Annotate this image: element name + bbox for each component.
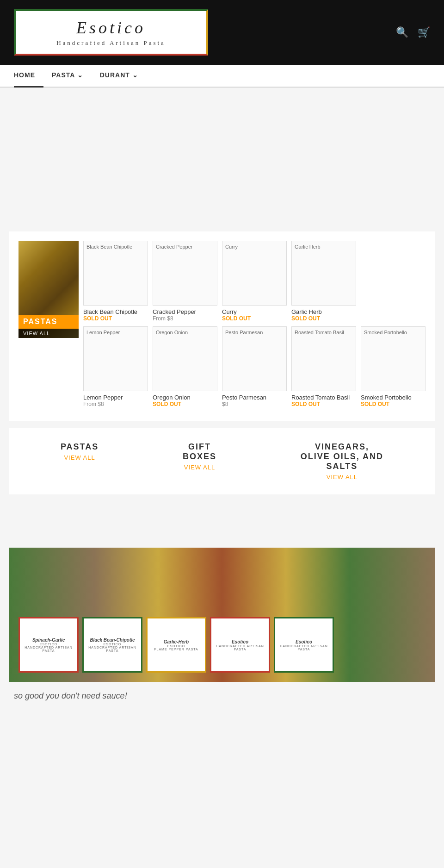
product-status-curry: SOLD OUT bbox=[222, 315, 287, 322]
product-curry[interactable]: Curry Curry SOLD OUT bbox=[222, 241, 287, 322]
nav-item-home[interactable]: HOME bbox=[14, 64, 43, 87]
product-img-label: Oregon Onion bbox=[156, 330, 188, 335]
box-name: Garlic-Herb bbox=[164, 639, 189, 644]
product-image-pesto-parmesan: Pesto Parmesan bbox=[222, 326, 287, 391]
collection-pastas[interactable]: PASTAS VIEW ALL bbox=[61, 442, 99, 461]
cart-icon[interactable]: 🛒 bbox=[418, 26, 430, 38]
products-row-2: Lemon Pepper Lemon Pepper From $8 Oregon… bbox=[83, 326, 426, 407]
box-brand: EsoticoHandcrafted Artisan Pasta bbox=[86, 643, 139, 652]
featured-image: PASTAS VIEW ALL bbox=[18, 241, 79, 338]
pasta-box-esotico: Esotico Handcrafted Artisan Pasta bbox=[210, 617, 270, 673]
product-img-label: Garlic Herb bbox=[295, 244, 321, 250]
box-brand: EsoticoHandcrafted Artisan Pasta bbox=[22, 643, 75, 652]
products-row-1: Black Bean Chipotle Black Bean Chipotle … bbox=[83, 241, 426, 322]
collection-vinegars[interactable]: VINEGARS,OLIVE OILS, ANDSALTS VIEW ALL bbox=[301, 442, 383, 481]
collection-view-all-pastas[interactable]: VIEW ALL bbox=[61, 454, 99, 461]
pasta-box-esotico-2: Esotico Handcrafted Artisan Pasta bbox=[274, 617, 334, 673]
navigation: HOME PASTA ⌄ DURANT ⌄ bbox=[0, 65, 444, 88]
product-image-garlic-herb: Garlic Herb bbox=[291, 241, 356, 306]
product-lemon-pepper[interactable]: Lemon Pepper Lemon Pepper From $8 bbox=[83, 326, 148, 407]
box-name: Esotico bbox=[232, 639, 248, 644]
product-image-lemon-pepper: Lemon Pepper bbox=[83, 326, 148, 391]
product-name-lemon-pepper: Lemon Pepper bbox=[83, 394, 148, 401]
box-brand: Handcrafted Artisan Pasta bbox=[278, 644, 330, 651]
product-price-lemon-pepper: From $8 bbox=[83, 401, 148, 407]
pasta-boxes-display: Spinach-Garlic EsoticoHandcrafted Artisa… bbox=[9, 548, 435, 682]
product-img-label: Pesto Parmesan bbox=[225, 330, 263, 335]
featured-view-all[interactable]: VIEW ALL bbox=[18, 329, 79, 338]
logo-subtitle: Handcrafted Artisan Pasta bbox=[30, 39, 192, 47]
product-name-black-bean-chipotle: Black Bean Chipotle bbox=[83, 308, 148, 315]
product-pesto-parmesan[interactable]: Pesto Parmesan Pesto Parmesan $8 bbox=[222, 326, 287, 407]
product-price-cracked-pepper: From $8 bbox=[153, 315, 217, 322]
product-roasted-tomato-basil[interactable]: Roasted Tomato Basil Roasted Tomato Basi… bbox=[291, 326, 356, 407]
box-brand: EsoticoFlame Pepper Pasta bbox=[154, 644, 198, 651]
logo[interactable]: Esotico Handcrafted Artisan Pasta bbox=[14, 9, 208, 56]
collection-gift-boxes[interactable]: GIFTBOXES VIEW ALL bbox=[183, 442, 216, 471]
product-status-garlic-herb: SOLD OUT bbox=[291, 315, 356, 322]
product-img-label: Lemon Pepper bbox=[86, 330, 120, 335]
product-name-cracked-pepper: Cracked Pepper bbox=[153, 308, 217, 315]
logo-title: Esotico bbox=[30, 18, 192, 37]
product-image-curry: Curry bbox=[222, 241, 287, 306]
box-name: Spinach-Garlic bbox=[32, 637, 65, 643]
header-icons: 🔍 🛒 bbox=[396, 26, 430, 38]
collection-view-all-vinegars[interactable]: VIEW ALL bbox=[301, 474, 383, 481]
nav-item-pasta[interactable]: PASTA ⌄ bbox=[43, 64, 92, 87]
bottom-tagline: so good you don't need sauce! bbox=[0, 682, 444, 710]
product-name-garlic-herb: Garlic Herb bbox=[291, 308, 356, 315]
product-black-bean-chipotle[interactable]: Black Bean Chipotle Black Bean Chipotle … bbox=[83, 241, 148, 322]
product-img-label: Roasted Tomato Basil bbox=[295, 330, 344, 335]
product-name-curry: Curry bbox=[222, 308, 287, 315]
product-name-smoked-portobello: Smoked Portobello bbox=[361, 394, 426, 401]
search-icon[interactable]: 🔍 bbox=[396, 26, 408, 38]
product-name-oregon-onion: Oregon Onion bbox=[153, 394, 217, 401]
product-image-smoked-portobello: Smoked Portobello bbox=[361, 326, 426, 391]
product-image-roasted-tomato-basil: Roasted Tomato Basil bbox=[291, 326, 356, 391]
box-brand: Handcrafted Artisan Pasta bbox=[214, 644, 266, 651]
product-status-oregon-onion: SOLD OUT bbox=[153, 401, 217, 407]
products-section: PASTAS VIEW ALL Black Bean Chipotle Blac… bbox=[9, 231, 435, 421]
product-img-label: Cracked Pepper bbox=[156, 244, 193, 250]
product-status-roasted-tomato-basil: SOLD OUT bbox=[291, 401, 356, 407]
bottom-image: Spinach-Garlic EsoticoHandcrafted Artisa… bbox=[9, 548, 435, 682]
pasta-box-garlic-herb: Garlic-Herb EsoticoFlame Pepper Pasta bbox=[146, 617, 206, 673]
product-name-roasted-tomato-basil: Roasted Tomato Basil bbox=[291, 394, 356, 401]
featured-badge: PASTAS bbox=[18, 315, 79, 329]
product-price-pesto-parmesan: $8 bbox=[222, 401, 287, 407]
product-garlic-herb[interactable]: Garlic Herb Garlic Herb SOLD OUT bbox=[291, 241, 356, 322]
gray-spacer bbox=[0, 501, 444, 548]
products-right: Black Bean Chipotle Black Bean Chipotle … bbox=[83, 241, 426, 412]
product-image-oregon-onion: Oregon Onion bbox=[153, 326, 217, 391]
box-name: Black Bean-Chipotle bbox=[90, 637, 135, 643]
product-img-label: Black Bean Chipotle bbox=[86, 244, 132, 250]
product-status-smoked-portobello: SOLD OUT bbox=[361, 401, 426, 407]
product-img-label: Curry bbox=[225, 244, 238, 250]
product-image-black-bean-chipotle: Black Bean Chipotle bbox=[83, 241, 148, 306]
product-status-black-bean-chipotle: SOLD OUT bbox=[83, 315, 148, 322]
collection-title-vinegars: VINEGARS,OLIVE OILS, ANDSALTS bbox=[301, 442, 383, 471]
product-smoked-portobello[interactable]: Smoked Portobello Smoked Portobello SOLD… bbox=[361, 326, 426, 407]
product-image-cracked-pepper: Cracked Pepper bbox=[153, 241, 217, 306]
product-oregon-onion[interactable]: Oregon Onion Oregon Onion SOLD OUT bbox=[153, 326, 217, 407]
collection-view-all-gift-boxes[interactable]: VIEW ALL bbox=[183, 464, 216, 471]
nav-item-durant[interactable]: DURANT ⌄ bbox=[92, 64, 147, 87]
product-img-label: Smoked Portobello bbox=[364, 330, 407, 335]
hero-area bbox=[0, 88, 444, 227]
pasta-box-black-bean-chipotle: Black Bean-Chipotle EsoticoHandcrafted A… bbox=[82, 617, 142, 673]
product-name-pesto-parmesan: Pesto Parmesan bbox=[222, 394, 287, 401]
box-name: Esotico bbox=[296, 639, 312, 644]
featured-pastas[interactable]: PASTAS VIEW ALL bbox=[18, 241, 79, 338]
tagline-text: so good you don't need sauce! bbox=[14, 691, 127, 700]
header: Esotico Handcrafted Artisan Pasta 🔍 🛒 bbox=[0, 0, 444, 65]
products-grid: PASTAS VIEW ALL Black Bean Chipotle Blac… bbox=[18, 241, 426, 412]
product-cracked-pepper[interactable]: Cracked Pepper Cracked Pepper From $8 bbox=[153, 241, 217, 322]
collection-title-pastas: PASTAS bbox=[61, 442, 99, 452]
collection-title-gift-boxes: GIFTBOXES bbox=[183, 442, 216, 462]
pasta-box-spinach-garlic: Spinach-Garlic EsoticoHandcrafted Artisa… bbox=[18, 617, 79, 673]
collections-section: PASTAS VIEW ALL GIFTBOXES VIEW ALL VINEG… bbox=[9, 428, 435, 494]
